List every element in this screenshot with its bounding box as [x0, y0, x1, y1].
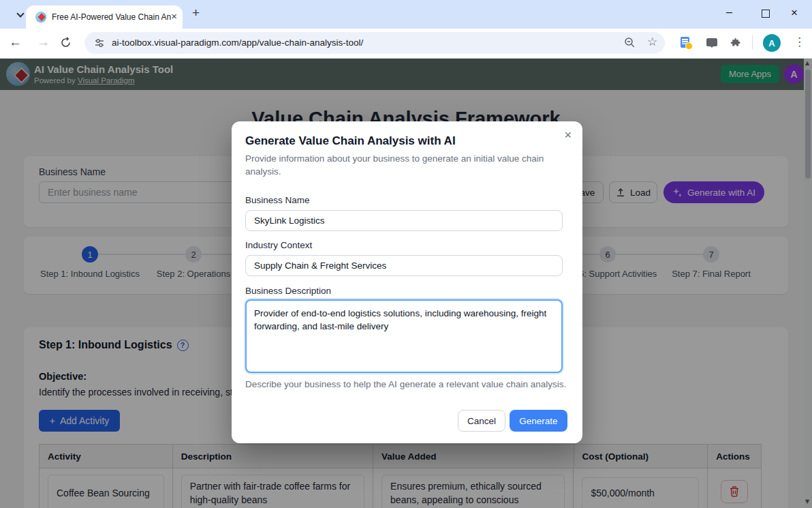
- modal-close-button[interactable]: ×: [564, 128, 572, 143]
- site-favicon-icon: [35, 12, 46, 23]
- site-settings-icon[interactable]: [94, 38, 105, 51]
- browser-menu-button[interactable]: ⋮: [794, 35, 805, 48]
- reload-button[interactable]: [60, 37, 72, 51]
- bookmark-star-button[interactable]: ☆: [647, 35, 657, 48]
- extensions-puzzle-button[interactable]: [730, 37, 742, 51]
- tab-close-button[interactable]: ×: [171, 10, 177, 22]
- tab-strip: Free AI-Powered Value Chain An × + – ×: [0, 0, 812, 29]
- browser-tab[interactable]: Free AI-Powered Value Chain An ×: [26, 5, 183, 29]
- minimize-button[interactable]: –: [726, 6, 732, 18]
- new-tab-button[interactable]: +: [192, 5, 200, 20]
- close-window-button[interactable]: ×: [791, 6, 798, 20]
- modal-industry-input[interactable]: [245, 255, 563, 276]
- modal-business-description-textarea[interactable]: Provider of end-to-end logistics solutio…: [245, 299, 563, 373]
- url-text: ai-toolbox.visual-paradigm.com/app/value…: [112, 32, 363, 54]
- reload-icon: [60, 37, 72, 48]
- modal-business-name-label: Business Name: [245, 195, 310, 205]
- modal-business-description-label: Business Description: [245, 286, 331, 296]
- generate-button[interactable]: Generate: [510, 410, 567, 432]
- browser-profile-avatar[interactable]: A: [763, 34, 781, 52]
- modal-business-name-input[interactable]: [245, 210, 563, 231]
- zoom-out-icon[interactable]: [624, 37, 636, 51]
- back-button[interactable]: ←: [9, 35, 22, 50]
- modal-description: Provide information about your business …: [245, 152, 548, 178]
- chevron-down-icon: [16, 10, 24, 17]
- toolbar-divider: [752, 35, 753, 49]
- forward-button: →: [37, 35, 50, 50]
- chat-bubble-icon[interactable]: [706, 38, 717, 46]
- cancel-button[interactable]: Cancel: [458, 410, 505, 432]
- tab-title: Free AI-Powered Value Chain An: [52, 12, 174, 22]
- extension-doc-icon[interactable]: [681, 37, 689, 48]
- modal-title: Generate Value Chain Analysis with AI: [245, 134, 456, 148]
- modal-helper-text: Describe your business to help the AI ge…: [245, 379, 566, 389]
- generate-ai-modal: × Generate Value Chain Analysis with AI …: [232, 121, 582, 443]
- maximize-button[interactable]: [762, 10, 770, 18]
- browser-window: Free AI-Powered Value Chain An × + – × ←…: [0, 0, 812, 508]
- extension-badge-icon: [685, 42, 693, 50]
- modal-industry-label: Industry Context: [245, 240, 312, 250]
